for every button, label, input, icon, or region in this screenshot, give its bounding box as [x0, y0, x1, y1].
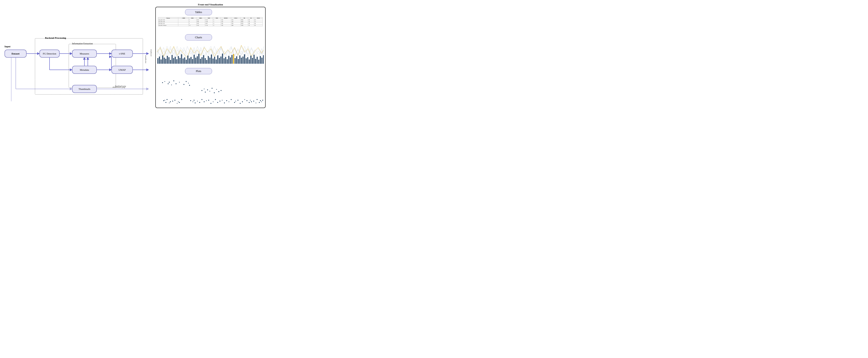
col-mfs: MFS	[188, 17, 196, 19]
svg-rect-55	[217, 55, 218, 64]
svg-point-143	[186, 81, 187, 82]
scatter-svg	[157, 76, 264, 106]
info-extraction-label: Information Extraction	[72, 42, 93, 45]
svg-rect-51	[211, 55, 212, 64]
svg-rect-60	[225, 57, 226, 64]
svg-rect-18	[159, 57, 160, 64]
metadata-node: Metadata	[72, 66, 97, 74]
svg-point-134	[162, 82, 163, 83]
svg-rect-56	[219, 58, 220, 64]
svg-rect-19	[160, 59, 162, 64]
svg-point-95	[181, 99, 182, 100]
svg-rect-54	[216, 59, 217, 64]
svg-point-108	[213, 101, 214, 102]
svg-point-155	[221, 90, 221, 91]
svg-point-101	[197, 101, 198, 101]
svg-rect-64	[231, 55, 232, 64]
svg-point-85	[163, 100, 164, 101]
svg-rect-50	[209, 58, 211, 64]
svg-rect-45	[202, 57, 203, 64]
svg-rect-43	[198, 54, 199, 64]
col-te: TE	[248, 17, 254, 19]
svg-rect-63	[230, 57, 231, 64]
svg-rect-57	[220, 57, 221, 64]
svg-point-137	[169, 82, 170, 83]
svg-point-138	[171, 85, 172, 85]
svg-rect-79	[255, 59, 256, 64]
col-rows: ROWS	[221, 17, 231, 19]
svg-rect-52	[213, 59, 214, 64]
svg-rect-83	[261, 58, 262, 64]
svg-point-127	[253, 101, 254, 101]
col-num: NUM	[254, 17, 262, 19]
svg-rect-67	[236, 56, 237, 64]
svg-rect-33	[183, 59, 184, 64]
svg-point-105	[206, 100, 207, 101]
backend-label: Backend Processing	[45, 36, 66, 39]
line-chart	[157, 42, 264, 64]
results-tsv-label: results.tsv	[145, 55, 147, 63]
svg-rect-70	[241, 58, 242, 64]
fg-detection-node: FG Detection	[39, 50, 60, 58]
svg-rect-29	[176, 59, 177, 64]
data-table: Patient ↓ MFR MFS MRX VRY VRZ ROWS COLS …	[158, 17, 263, 26]
svg-rect-59	[223, 58, 225, 64]
svg-point-110	[217, 102, 218, 103]
col-mrx: MRX	[196, 17, 205, 19]
svg-rect-65	[233, 54, 234, 64]
thumbnails-png: thumbnails.png	[115, 85, 126, 87]
svg-rect-82	[260, 56, 261, 64]
svg-point-151	[212, 88, 213, 89]
svg-point-115	[229, 101, 229, 102]
svg-point-124	[249, 102, 250, 103]
svg-rect-34	[184, 57, 185, 64]
table-body: RectaICA-9030.62C.6232562569992824C Rect…	[158, 19, 263, 26]
svg-point-103	[202, 99, 203, 100]
dataset-node: Dataset	[4, 50, 27, 58]
results-tsv-rotated: results.tsv	[150, 49, 152, 57]
svg-point-148	[205, 92, 206, 93]
line-chart-svg	[157, 42, 264, 64]
svg-point-109	[215, 99, 216, 100]
svg-point-131	[260, 100, 261, 101]
svg-point-130	[259, 102, 260, 103]
svg-point-106	[208, 100, 209, 101]
diagram-container: Input Backend Processing Information Ext…	[0, 0, 270, 112]
svg-rect-80	[257, 57, 258, 64]
svg-rect-74	[247, 57, 248, 64]
tsne-node: t-SNE	[112, 50, 133, 58]
svg-rect-31	[179, 58, 181, 64]
svg-point-93	[179, 102, 180, 103]
svg-point-116	[231, 99, 231, 100]
svg-rect-35	[186, 60, 187, 64]
svg-rect-41	[195, 58, 196, 64]
svg-point-125	[250, 100, 251, 101]
tables-label-box: Tables	[185, 9, 212, 15]
svg-point-97	[190, 100, 191, 101]
svg-rect-44	[200, 59, 201, 64]
svg-rect-77	[252, 58, 253, 64]
svg-rect-58	[222, 54, 223, 64]
frontend-title: Front-end Visualization	[155, 3, 266, 6]
svg-point-98	[193, 101, 193, 102]
svg-rect-27	[173, 58, 174, 64]
svg-point-121	[242, 101, 243, 102]
svg-point-129	[257, 99, 257, 100]
mini-table-container: Patient ↓ MFR MFS MRX VRY VRZ ROWS COLS …	[158, 17, 263, 33]
svg-point-118	[236, 101, 236, 101]
svg-point-122	[245, 99, 245, 100]
svg-rect-22	[165, 59, 166, 64]
svg-rect-84	[263, 55, 264, 64]
svg-rect-25	[170, 60, 171, 64]
svg-point-150	[210, 91, 210, 92]
svg-point-99	[194, 100, 194, 101]
svg-point-128	[256, 103, 256, 103]
svg-point-94	[177, 103, 178, 104]
svg-point-119	[238, 100, 238, 101]
svg-rect-40	[194, 55, 195, 64]
svg-rect-46	[203, 55, 204, 64]
svg-rect-61	[227, 59, 228, 64]
svg-point-87	[170, 101, 171, 102]
svg-point-91	[172, 101, 173, 101]
svg-point-154	[218, 91, 219, 92]
